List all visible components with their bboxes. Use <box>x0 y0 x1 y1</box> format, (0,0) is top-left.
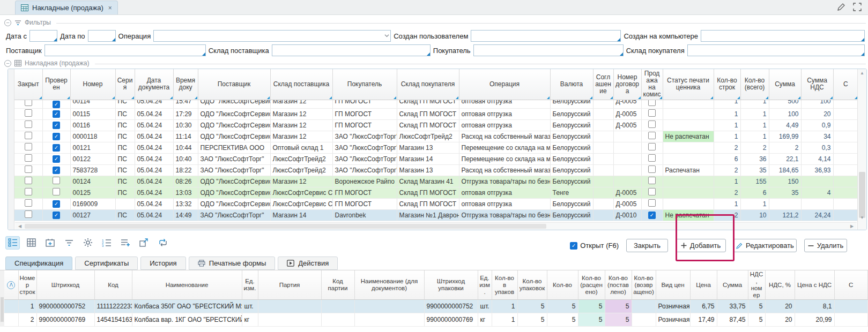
cell-lines[interactable]: 1 <box>714 176 740 187</box>
col-buyer-wh[interactable]: Склад покупателя <box>397 69 459 100</box>
cell-buy_wh[interactable]: Склад ГП МОГОСТ <box>397 100 459 108</box>
cell-print[interactable] <box>663 153 714 164</box>
col-partial[interactable]: С <box>833 69 857 100</box>
cell-sum[interactable]: 87,45 <box>717 313 748 327</box>
scroll-right-icon[interactable]: ▶ <box>848 223 856 230</box>
scroll-down-icon[interactable]: ▼ <box>858 214 866 222</box>
created-on-computer-input[interactable] <box>701 30 865 42</box>
cell-pack_unit[interactable]: шт. <box>478 300 492 313</box>
cell-sup_wh[interactable]: Магазин 12 <box>270 100 332 108</box>
cell-time[interactable]: 11:14 <box>173 131 198 142</box>
cell-returned[interactable] <box>632 300 656 313</box>
table-row[interactable]: ✓0000118ПС05.04.2411:14ОДО "ЛюксСофтСерв… <box>14 131 857 142</box>
spec-col-doc-name[interactable]: Наименование (для документов) <box>354 270 424 300</box>
cell-sum[interactable] <box>769 198 801 209</box>
cell-vat[interactable]: 4 <box>801 187 833 198</box>
cell-op[interactable]: оптовая отгрузка <box>459 100 550 108</box>
cell-priced[interactable]: 5 <box>578 300 605 313</box>
cell-qty[interactable]: 36 <box>740 153 769 164</box>
cell-number[interactable]: 00114 <box>70 100 115 108</box>
cell-supplier[interactable]: ОДО "ЛюксСофтСервис <box>198 100 270 108</box>
cell-blank[interactable] <box>4 300 18 313</box>
close-button[interactable]: Закрыть <box>626 239 668 252</box>
cell-agr[interactable] <box>593 187 613 198</box>
cell-checked[interactable] <box>42 187 70 198</box>
cell-code[interactable]: 11111222233 <box>94 300 132 313</box>
cell-qty[interactable]: 1 <box>740 108 769 119</box>
cell-comis[interactable] <box>641 142 663 153</box>
cell-buyer[interactable]: ЗАО "ЛюксСофтТорг" <box>332 131 397 142</box>
cell-closed[interactable] <box>14 176 42 187</box>
cell-qty[interactable]: 155 <box>740 176 769 187</box>
cell-buyer[interactable]: ГП МОГОСТ <box>332 187 397 198</box>
cell-print[interactable]: Не распечатан <box>663 209 714 221</box>
cell-extra[interactable] <box>833 119 857 131</box>
cell-number[interactable]: 00115 <box>70 108 115 119</box>
table-row[interactable]: 00125ПС05.04.2413:03ОДО "ЛюксСофтСервисЛ… <box>14 187 857 198</box>
col-agreement[interactable]: Соглашение <box>593 69 613 100</box>
cell-print[interactable] <box>663 108 714 119</box>
cell-buyer[interactable]: ЗАО "ЛюксСофтТорг" <box>332 164 397 176</box>
checkbox-checked[interactable]: ✓ <box>53 155 60 163</box>
cell-series[interactable]: ПС <box>115 164 135 176</box>
cell-sum[interactable]: 4,49 <box>769 119 801 131</box>
cell-contract[interactable]: Д-0010 <box>613 209 641 221</box>
cell-time[interactable]: 18:22 <box>173 164 198 176</box>
col-buyer[interactable]: Покупатель <box>332 69 397 100</box>
cell-closed[interactable] <box>14 209 42 221</box>
checkbox-closed[interactable] <box>25 177 32 184</box>
spec-col-qty-delivered[interactable]: Кол-во (поставлено) <box>605 270 632 300</box>
checkbox-closed[interactable] <box>25 154 32 162</box>
spec-col-pack-unit[interactable]: Ед. изм. <box>478 270 492 300</box>
checkbox-closed[interactable] <box>25 100 32 106</box>
cell-vat_num[interactable]: 5 <box>748 313 765 327</box>
cell-print[interactable]: Не распечатан <box>663 131 714 142</box>
cell-pack_unit[interactable]: кг <box>478 313 492 327</box>
cell-buy_wh[interactable]: ЛюксСофтТрейд2 <box>397 131 459 142</box>
cell-cur[interactable]: Белорусский <box>550 198 593 209</box>
cell-agr[interactable] <box>593 142 613 153</box>
cell-closed[interactable] <box>14 164 42 176</box>
cell-op[interactable]: Перемещение со склада на магазин <box>459 142 550 153</box>
edit-button[interactable]: Редактировать <box>733 239 797 252</box>
tab-history[interactable]: История <box>140 256 186 270</box>
col-lines[interactable]: Кол-во строк <box>714 69 740 100</box>
cell-print[interactable] <box>663 176 714 187</box>
cell-date[interactable]: 05.04.24 <box>135 209 173 221</box>
cell-closed[interactable] <box>14 108 42 119</box>
cell-supplier[interactable]: ПЕРСПЕКТИВА ООО <box>198 142 270 153</box>
horizontal-scrollbar[interactable]: ◀ ▶ <box>15 222 857 230</box>
cell-batch_code[interactable] <box>321 300 354 313</box>
cell-number[interactable]: 00121 <box>70 142 115 153</box>
cell-name[interactable]: Колбаса 350Г ОАО "БРЕСТСКИЙ МЯ <box>132 300 242 313</box>
cell-batch[interactable] <box>258 300 321 313</box>
cell-extra[interactable] <box>833 131 857 142</box>
cell-qty[interactable]: 6 <box>740 187 769 198</box>
checkbox-checked[interactable] <box>53 177 60 184</box>
cell-supplier[interactable]: ОДО "ЛюксСофтСервис <box>198 108 270 119</box>
spec-col-line-number[interactable]: Номер строк <box>18 270 36 300</box>
col-doc-time[interactable]: Время доку <box>173 69 198 100</box>
checkbox-checked[interactable]: ✓ <box>53 144 60 152</box>
collapse-grid-icon[interactable]: − <box>4 60 11 67</box>
cell-series[interactable]: ПС <box>115 108 135 119</box>
checkbox-closed[interactable] <box>25 165 32 173</box>
cell-vat[interactable]: 4,14 <box>801 153 833 164</box>
cell-sum[interactable]: 169,99 <box>769 131 801 142</box>
cell-number[interactable]: 00116 <box>70 119 115 131</box>
cell-comis[interactable] <box>641 198 663 209</box>
cell-batch[interactable] <box>258 313 321 327</box>
checkbox-comis[interactable] <box>648 154 656 162</box>
cell-closed[interactable] <box>14 131 42 142</box>
cell-buyer[interactable]: ЗАО "ЛюксСофтТорг" <box>332 142 397 153</box>
cell-checked[interactable]: ✓ <box>42 209 70 221</box>
col-contract[interactable]: Номер договора <box>613 69 641 100</box>
checkbox-comis[interactable] <box>648 109 656 117</box>
table-row[interactable]: 1990000000075211111222233Колбаса 350Г ОА… <box>4 300 868 313</box>
cell-op[interactable]: оптовая отгрузка <box>459 119 550 131</box>
cell-batch_code[interactable] <box>321 313 354 327</box>
cell-op[interactable]: оптовая отгрузка <box>459 198 550 209</box>
cell-sup_wh[interactable]: Магазин 14 <box>270 209 332 221</box>
delete-button[interactable]: Удалить <box>804 239 847 252</box>
cell-buyer[interactable]: ГП МОГОСТ <box>332 100 397 108</box>
